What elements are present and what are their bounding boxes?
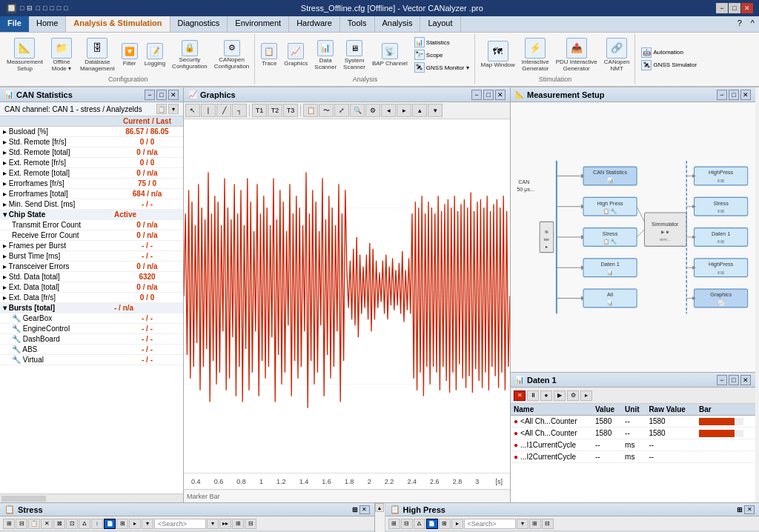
- daten1-pause[interactable]: ⏸: [527, 390, 539, 401]
- gtb-right[interactable]: ▸: [397, 104, 411, 117]
- gtb-step[interactable]: ┐: [232, 104, 247, 117]
- hp-btn5[interactable]: ⊞: [439, 519, 451, 529]
- can-stats-close[interactable]: ✕: [168, 90, 179, 100]
- gtb-line[interactable]: ╱: [216, 104, 231, 117]
- can-stats-minimize[interactable]: −: [145, 90, 155, 100]
- st-btn3[interactable]: 📋: [28, 519, 40, 529]
- ribbon-btn-trace[interactable]: 📋 Trace: [259, 42, 279, 67]
- hp-btn3[interactable]: Δ: [414, 519, 425, 529]
- tab-file[interactable]: File: [0, 16, 29, 32]
- st-btn-more[interactable]: ▾: [207, 519, 219, 529]
- st-btn4[interactable]: ✕: [41, 519, 53, 529]
- meas-setup-close[interactable]: ✕: [740, 90, 751, 100]
- st-btn2[interactable]: ⊟: [16, 519, 27, 529]
- gtb-left[interactable]: ◂: [381, 104, 396, 117]
- gtb-bar[interactable]: |: [201, 104, 216, 117]
- gtb-copy[interactable]: 📋: [303, 104, 318, 117]
- st-btn5[interactable]: ⊠: [53, 519, 65, 529]
- st-btn12[interactable]: ▾: [142, 519, 153, 529]
- gtb-zoom-in[interactable]: 🔍: [350, 104, 365, 117]
- ribbon-btn-gnss-sim[interactable]: 🛰 GNSS Simulator: [639, 59, 699, 71]
- tab-diagnostics[interactable]: Diagnostics: [170, 16, 228, 32]
- gtb-settings[interactable]: ⚙: [365, 104, 380, 117]
- ribbon-btn-offline[interactable]: 📁 OfflineMode ▾: [47, 37, 76, 73]
- hp-btn1[interactable]: ⊞: [388, 519, 400, 529]
- daten1-settings[interactable]: ⚙: [567, 390, 579, 401]
- graphics-maximize[interactable]: □: [483, 90, 494, 100]
- meas-setup-minimize[interactable]: −: [717, 90, 727, 100]
- st-btn11[interactable]: ▸: [129, 519, 141, 529]
- stress-search-input[interactable]: [154, 519, 206, 529]
- tab-environment[interactable]: Environment: [228, 16, 289, 32]
- chan-btn1[interactable]: 📋: [156, 104, 167, 114]
- close-button[interactable]: ✕: [741, 3, 753, 13]
- high-press-search-input[interactable]: [464, 519, 516, 529]
- ribbon-btn-bap[interactable]: 📡 BAP Channel: [370, 42, 410, 67]
- st-collapse[interactable]: ⊟: [245, 519, 256, 529]
- meas-setup-maximize[interactable]: □: [729, 90, 739, 100]
- daten1-close[interactable]: ✕: [740, 375, 751, 385]
- ribbon-btn-system[interactable]: 🖥 SystemScanner: [341, 39, 368, 71]
- hp-btn4[interactable]: 📄: [426, 519, 438, 529]
- gtb-down[interactable]: ▾: [428, 104, 443, 117]
- maximize-button[interactable]: □: [729, 3, 740, 13]
- daten1-stop[interactable]: ✕: [514, 390, 526, 401]
- gtb-zoom-fit[interactable]: ⤢: [334, 104, 349, 117]
- tab-hardware[interactable]: Hardware: [289, 16, 340, 32]
- ribbon-btn-statistics[interactable]: 📊 Statistics: [412, 36, 471, 48]
- gtb-t3[interactable]: T3: [283, 104, 298, 117]
- hp-collapse[interactable]: ⊟: [542, 519, 554, 529]
- graph-area[interactable]: [184, 119, 510, 473]
- ribbon-btn-interactive-gen[interactable]: ⚡ InteractiveGenerator: [520, 37, 551, 73]
- ribbon-btn-gnss-monitor[interactable]: 🛰 GNSS Monitor ▾: [412, 61, 471, 73]
- st-btn6[interactable]: ⊡: [66, 519, 78, 529]
- gtb-wave[interactable]: 〜: [319, 104, 334, 117]
- daten1-maximize[interactable]: □: [729, 375, 739, 385]
- ribbon-btn-security[interactable]: 🔒 SecurityConfiguration: [170, 39, 210, 71]
- tab-analysis[interactable]: Analysis & Stimulation: [66, 16, 170, 32]
- tab-layout[interactable]: Layout: [420, 16, 460, 32]
- st-btn8[interactable]: i: [91, 519, 103, 529]
- st-btn7[interactable]: Δ: [79, 519, 90, 529]
- can-stats-maximize[interactable]: □: [156, 90, 167, 100]
- gtb-cursor[interactable]: ↖: [185, 104, 200, 117]
- gtb-t2[interactable]: T2: [268, 104, 282, 117]
- chan-btn2[interactable]: ▾: [168, 104, 179, 114]
- daten1-minimize[interactable]: −: [717, 375, 727, 385]
- stress-close[interactable]: ✕: [359, 505, 370, 514]
- st-btn-end[interactable]: ▸▸: [219, 519, 231, 529]
- st-btn10[interactable]: ⊞: [116, 519, 128, 529]
- ribbon-btn-map[interactable]: 🗺 Map Window: [479, 40, 517, 70]
- gtb-up[interactable]: ▴: [412, 104, 427, 117]
- tab-home[interactable]: Home: [29, 16, 66, 32]
- daten1-record[interactable]: ●: [540, 390, 552, 401]
- ribbon-btn-canopen-nmt[interactable]: 🔗 CANopenNMT: [602, 37, 632, 73]
- graphics-close[interactable]: ✕: [495, 90, 506, 100]
- hp-btn6[interactable]: ▸: [451, 519, 463, 529]
- daten1-forward[interactable]: ▸: [580, 390, 592, 401]
- high-press-close[interactable]: ✕: [744, 505, 755, 514]
- ribbon-btn-database[interactable]: 🗄 DatabaseManagement: [78, 37, 117, 73]
- st-expand[interactable]: ⊞: [232, 519, 244, 529]
- hp-btn2[interactable]: ⊟: [401, 519, 413, 529]
- scroll-up[interactable]: ▲: [375, 503, 384, 512]
- tab-analysis2[interactable]: Analysis: [375, 16, 421, 32]
- ribbon-btn-automation[interactable]: 🤖 Automation: [639, 47, 699, 59]
- st-btn9[interactable]: 📄: [104, 519, 116, 529]
- tab-tools[interactable]: Tools: [340, 16, 375, 32]
- graphics-minimize[interactable]: −: [471, 90, 482, 100]
- ribbon-btn-logging[interactable]: 📝 Logging: [142, 42, 168, 67]
- ribbon-btn-scope[interactable]: 🔭 Scope: [412, 49, 471, 61]
- minimize-button[interactable]: −: [716, 3, 728, 13]
- ribbon-btn-canopen[interactable]: ⚙ CANopenConfiguration: [212, 39, 252, 71]
- hp-btn-more[interactable]: ▾: [517, 519, 528, 529]
- st-btn1[interactable]: ⊞: [3, 519, 15, 529]
- ribbon-btn-meas-setup[interactable]: 📐 MeasurementSetup: [4, 37, 45, 73]
- hp-expand[interactable]: ⊞: [529, 519, 541, 529]
- ribbon-btn-data[interactable]: 📊 DataScanner: [312, 39, 339, 71]
- daten1-play[interactable]: ▶: [554, 390, 566, 401]
- ribbon-help[interactable]: ?: [733, 16, 746, 32]
- meas-setup-content[interactable]: CAN 50 µs... CAN Statistics 📊 High P: [511, 102, 755, 372]
- ribbon-btn-graphics[interactable]: 📈 Graphics: [282, 42, 310, 67]
- gtb-t1[interactable]: T1: [252, 104, 267, 117]
